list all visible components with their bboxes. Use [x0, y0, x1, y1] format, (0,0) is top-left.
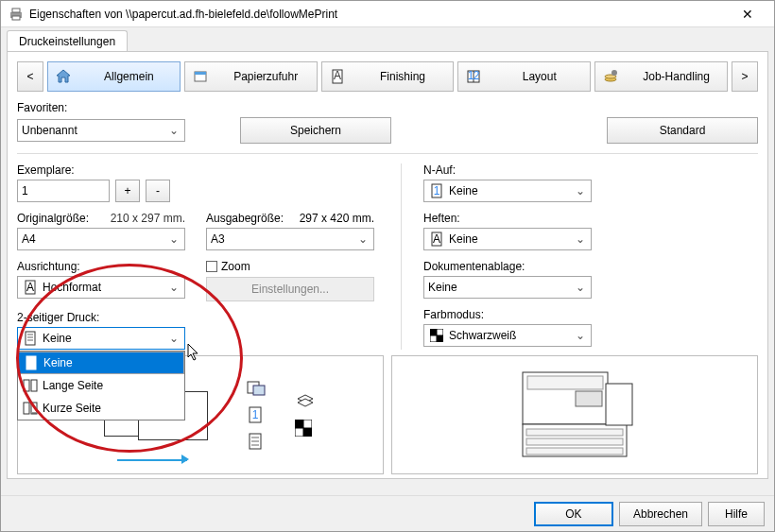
chevron-down-icon: ⌄ — [574, 281, 587, 294]
origsize-select[interactable]: A4 ⌄ — [17, 228, 185, 250]
nav-next-button[interactable]: > — [732, 61, 758, 92]
copies-label: Exemplare: — [17, 163, 185, 177]
favorites-select[interactable]: Unbenannt ⌄ — [17, 119, 185, 142]
favorites-label: Favoriten: — [17, 101, 758, 114]
svg-rect-53 — [526, 438, 623, 445]
zoom-checkbox[interactable] — [206, 261, 217, 272]
cancel-button[interactable]: Abbrechen — [619, 502, 702, 526]
nav-item-papierzufuhr[interactable]: Papierzufuhr — [184, 61, 318, 92]
bw-checker-icon — [428, 327, 445, 344]
svg-rect-45 — [295, 420, 303, 428]
page-1-icon: 1 — [428, 182, 445, 199]
chevron-down-icon: ⌄ — [167, 232, 181, 246]
svg-text:A: A — [26, 281, 34, 294]
docfile-label: Dokumentenablage: — [423, 260, 758, 273]
nav-item-finishing[interactable]: A Finishing — [321, 61, 455, 92]
chevron-down-icon: ⌄ — [356, 232, 370, 246]
outsize-dim: 297 x 420 mm. — [300, 212, 374, 225]
printer-icon — [9, 7, 24, 22]
svg-point-13 — [611, 70, 617, 76]
outsize-value: A3 — [211, 232, 356, 246]
svg-text:2: 2 — [474, 69, 480, 82]
pages-short-icon — [22, 400, 39, 417]
svg-rect-26 — [24, 403, 29, 414]
duplex-value: Keine — [43, 332, 167, 345]
svg-rect-35 — [430, 335, 437, 342]
staple-value: Keine — [449, 232, 574, 246]
nav-prev-button[interactable]: < — [17, 61, 43, 92]
copies-input[interactable]: 1 — [17, 180, 110, 202]
color-select[interactable]: Schwarzweiß ⌄ — [423, 324, 592, 347]
svg-rect-46 — [303, 420, 312, 428]
main-panel: < Allgemein Papierzufuhr A Finishing — [7, 51, 768, 479]
svg-rect-27 — [31, 403, 37, 414]
staple-select[interactable]: A Keine ⌄ — [423, 228, 592, 250]
nup-value: Keine — [449, 184, 574, 197]
svg-rect-36 — [437, 335, 443, 342]
duplex-option-keine[interactable]: Keine — [18, 352, 184, 374]
zoom-label: Zoom — [221, 260, 250, 273]
defaults-button[interactable]: Standard — [607, 117, 758, 144]
titlebar: Eigenschaften von \\papercut.ad.fh-biele… — [1, 1, 774, 27]
svg-rect-34 — [437, 329, 443, 335]
svg-rect-16 — [26, 332, 35, 345]
duplex-select[interactable]: Keine ⌄ — [17, 327, 185, 350]
svg-rect-24 — [24, 380, 29, 391]
duplex-option-kurze-seite[interactable]: Kurze Seite — [18, 397, 184, 420]
copies-plus-button[interactable]: + — [115, 180, 140, 202]
duplex-option-label: Kurze Seite — [43, 402, 101, 415]
settings-grid: Exemplare: 1 + - Originalgröße: 210 x 29 — [17, 163, 758, 350]
nav-label: Allgemein — [78, 70, 180, 83]
svg-rect-50 — [527, 376, 603, 389]
chevron-down-icon: ⌄ — [167, 124, 181, 137]
page-lines-icon — [246, 433, 267, 450]
favorites-value: Unbenannt — [22, 124, 167, 137]
nav-label: Job-Handling — [626, 70, 727, 83]
save-button[interactable]: Speichern — [240, 117, 391, 144]
dialog-window: Eigenschaften von \\papercut.ad.fh-biele… — [0, 0, 775, 532]
page-lines-icon — [22, 330, 39, 347]
orientation-select[interactable]: A Hochformat ⌄ — [17, 276, 185, 299]
duplex-option-label: Lange Seite — [43, 379, 103, 392]
right-column: N-Auf: 1 Keine ⌄ Heften: A Keine ⌄ — [407, 163, 758, 350]
outsize-select[interactable]: A3 ⌄ — [206, 228, 374, 250]
page-a-icon: A — [428, 231, 445, 248]
chevron-down-icon: ⌄ — [167, 281, 181, 294]
docfile-select[interactable]: Keine ⌄ — [423, 276, 592, 299]
color-label: Farbmodus: — [423, 308, 758, 321]
duplex-dropdown-list: Keine Lange Seite Kurze Se — [17, 351, 185, 420]
layout-icon-column-1: 1 — [246, 380, 267, 450]
layout-icon-column-2 — [295, 393, 316, 437]
bw-checker-icon — [295, 420, 316, 437]
window-title: Eigenschaften von \\papercut.ad.fh-biele… — [29, 8, 729, 21]
origsize-label: Originalgröße: — [17, 212, 89, 225]
nav-item-allgemein[interactable]: Allgemein — [47, 61, 181, 92]
zoom-settings-button: Einstellungen... — [206, 277, 374, 301]
duplex-label: 2-seitiger Druck: — [17, 311, 185, 324]
copies-minus-button[interactable]: - — [146, 180, 170, 202]
svg-rect-20 — [26, 356, 36, 369]
svg-rect-25 — [31, 380, 37, 391]
ok-button[interactable]: OK — [534, 502, 613, 526]
close-button[interactable]: ✕ — [729, 3, 766, 26]
nav-item-layout[interactable]: 12 Layout — [457, 61, 591, 92]
chevron-down-icon: ⌄ — [574, 232, 587, 246]
favorites-row: Favoriten: Unbenannt ⌄ Speichern Standar… — [17, 101, 758, 144]
nav-label: Layout — [489, 70, 590, 83]
svg-text:A: A — [334, 69, 341, 82]
nav-item-jobhandling[interactable]: Job-Handling — [594, 61, 728, 92]
nup-select[interactable]: 1 Keine ⌄ — [423, 180, 592, 202]
stack-icon — [295, 393, 316, 410]
help-button[interactable]: Hilfe — [708, 502, 765, 526]
svg-text:A: A — [433, 232, 440, 246]
chevron-down-icon: ⌄ — [167, 332, 181, 345]
category-nav: < Allgemein Papierzufuhr A Finishing — [17, 61, 758, 92]
svg-rect-33 — [430, 329, 437, 335]
orientation-label: Ausrichtung: — [17, 260, 185, 273]
duplex-option-lange-seite[interactable]: Lange Seite — [18, 374, 184, 397]
printer-preview-panel — [391, 355, 758, 474]
tab-druckeinstellungen[interactable]: Druckeinstellungen — [7, 30, 128, 52]
svg-rect-52 — [526, 429, 623, 436]
page-lines-icon — [23, 354, 40, 371]
svg-rect-54 — [526, 448, 623, 455]
